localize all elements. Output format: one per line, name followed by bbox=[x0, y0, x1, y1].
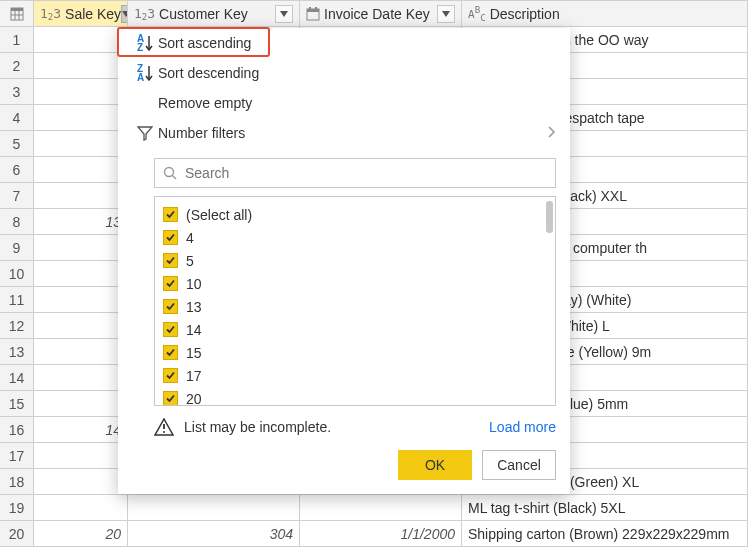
cell-sale-key[interactable] bbox=[34, 339, 128, 365]
cell-sale-key[interactable]: 13 bbox=[34, 209, 128, 235]
column-label: Sale Key bbox=[65, 6, 121, 22]
row-header[interactable]: 1 bbox=[0, 27, 34, 53]
cell-sale-key[interactable]: 14 bbox=[34, 417, 128, 443]
svg-rect-1 bbox=[11, 8, 23, 11]
cell-sale-key[interactable] bbox=[34, 53, 128, 79]
cell-customer-key[interactable] bbox=[128, 495, 300, 521]
svg-line-12 bbox=[173, 176, 177, 180]
filter-dropdown-icon[interactable] bbox=[121, 5, 128, 23]
row-header[interactable]: 7 bbox=[0, 183, 34, 209]
cell-description[interactable]: ML tag t-shirt (Black) 5XL bbox=[462, 495, 748, 521]
cell-sale-key[interactable] bbox=[34, 261, 128, 287]
checkbox-checked-icon[interactable] bbox=[163, 299, 178, 314]
sort-ascending-item[interactable]: AZ Sort ascending bbox=[118, 28, 570, 58]
cell-sale-key[interactable] bbox=[34, 27, 128, 53]
row-header[interactable]: 20 bbox=[0, 521, 34, 547]
filter-value-row[interactable]: 20 bbox=[163, 387, 547, 406]
row-header[interactable]: 16 bbox=[0, 417, 34, 443]
row-header[interactable]: 2 bbox=[0, 53, 34, 79]
filter-value-row[interactable]: 4 bbox=[163, 226, 547, 249]
sort-ascending-icon: AZ bbox=[132, 34, 158, 52]
search-input[interactable] bbox=[185, 165, 547, 181]
row-header[interactable]: 14 bbox=[0, 365, 34, 391]
column-label: Customer Key bbox=[159, 6, 275, 22]
checkbox-checked-icon[interactable] bbox=[163, 322, 178, 337]
sort-descending-icon: ZA bbox=[132, 64, 158, 82]
column-header-customer-key[interactable]: 123 Customer Key bbox=[128, 1, 300, 27]
row-header[interactable]: 19 bbox=[0, 495, 34, 521]
row-header[interactable]: 6 bbox=[0, 157, 34, 183]
cell-description[interactable]: Shipping carton (Brown) 229x229x229mm bbox=[462, 521, 748, 547]
search-input-wrapper[interactable] bbox=[154, 158, 556, 188]
row-header[interactable]: 11 bbox=[0, 287, 34, 313]
remove-empty-item[interactable]: Remove empty bbox=[118, 88, 570, 118]
row-header[interactable]: 18 bbox=[0, 469, 34, 495]
svg-rect-6 bbox=[307, 9, 319, 12]
checkbox-checked-icon[interactable] bbox=[163, 276, 178, 291]
chevron-right-icon bbox=[548, 125, 556, 141]
filter-dropdown-icon[interactable] bbox=[275, 5, 293, 23]
column-header-description[interactable]: ABC Description bbox=[462, 1, 748, 27]
row-header[interactable]: 17 bbox=[0, 443, 34, 469]
row-header[interactable]: 9 bbox=[0, 235, 34, 261]
filter-value-row[interactable]: 13 bbox=[163, 295, 547, 318]
cell-sale-key[interactable] bbox=[34, 131, 128, 157]
filter-value-row[interactable]: 14 bbox=[163, 318, 547, 341]
cell-sale-key[interactable] bbox=[34, 157, 128, 183]
select-all-corner[interactable] bbox=[0, 1, 34, 27]
cell-sale-key[interactable] bbox=[34, 235, 128, 261]
filter-values-list: (Select all) 45101314151720 bbox=[154, 196, 556, 406]
column-label: Description bbox=[490, 6, 741, 22]
cell-sale-key[interactable] bbox=[34, 105, 128, 131]
cell-sale-key[interactable] bbox=[34, 469, 128, 495]
cell-sale-key[interactable] bbox=[34, 287, 128, 313]
checkbox-checked-icon[interactable] bbox=[163, 207, 178, 222]
filter-value-row[interactable]: 10 bbox=[163, 272, 547, 295]
checkbox-checked-icon[interactable] bbox=[163, 230, 178, 245]
row-header[interactable]: 4 bbox=[0, 105, 34, 131]
date-type-icon bbox=[306, 7, 320, 21]
cell-sale-key[interactable] bbox=[34, 183, 128, 209]
cell-invoice-date[interactable] bbox=[300, 495, 462, 521]
cell-sale-key[interactable] bbox=[34, 495, 128, 521]
ok-button[interactable]: OK bbox=[398, 450, 472, 480]
column-header-sale-key[interactable]: 123 Sale Key bbox=[34, 1, 128, 27]
checkbox-checked-icon[interactable] bbox=[163, 253, 178, 268]
row-header[interactable]: 13 bbox=[0, 339, 34, 365]
svg-point-14 bbox=[163, 431, 165, 433]
column-header-invoice-date-key[interactable]: Invoice Date Key bbox=[300, 1, 462, 27]
checkbox-checked-icon[interactable] bbox=[163, 391, 178, 406]
number-type-icon: 123 bbox=[134, 6, 155, 21]
filter-value-row[interactable]: 15 bbox=[163, 341, 547, 364]
filter-menu: AZ Sort ascending ZA Sort descending Rem… bbox=[118, 28, 570, 494]
cell-customer-key[interactable]: 304 bbox=[128, 521, 300, 547]
row-header[interactable]: 3 bbox=[0, 79, 34, 105]
filter-dropdown-icon[interactable] bbox=[437, 5, 455, 23]
cell-sale-key[interactable]: 20 bbox=[34, 521, 128, 547]
row-header[interactable]: 10 bbox=[0, 261, 34, 287]
cell-sale-key[interactable] bbox=[34, 443, 128, 469]
sort-descending-item[interactable]: ZA Sort descending bbox=[118, 58, 570, 88]
load-more-link[interactable]: Load more bbox=[489, 419, 556, 435]
funnel-icon bbox=[132, 125, 158, 141]
row-header[interactable]: 8 bbox=[0, 209, 34, 235]
cell-invoice-date[interactable]: 1/1/2000 bbox=[300, 521, 462, 547]
number-filters-item[interactable]: Number filters bbox=[118, 118, 570, 148]
filter-value-row[interactable]: 17 bbox=[163, 364, 547, 387]
cancel-button[interactable]: Cancel bbox=[482, 450, 556, 480]
scrollbar-thumb[interactable] bbox=[546, 201, 553, 233]
checkbox-checked-icon[interactable] bbox=[163, 368, 178, 383]
cell-sale-key[interactable] bbox=[34, 313, 128, 339]
incomplete-warning-text: List may be incomplete. bbox=[184, 419, 489, 435]
cell-sale-key[interactable] bbox=[34, 79, 128, 105]
text-type-icon: ABC bbox=[468, 4, 486, 23]
filter-value-row[interactable]: 5 bbox=[163, 249, 547, 272]
cell-sale-key[interactable] bbox=[34, 391, 128, 417]
number-type-icon: 123 bbox=[40, 6, 61, 21]
select-all-row[interactable]: (Select all) bbox=[163, 203, 547, 226]
row-header[interactable]: 5 bbox=[0, 131, 34, 157]
row-header[interactable]: 15 bbox=[0, 391, 34, 417]
row-header[interactable]: 12 bbox=[0, 313, 34, 339]
cell-sale-key[interactable] bbox=[34, 365, 128, 391]
checkbox-checked-icon[interactable] bbox=[163, 345, 178, 360]
